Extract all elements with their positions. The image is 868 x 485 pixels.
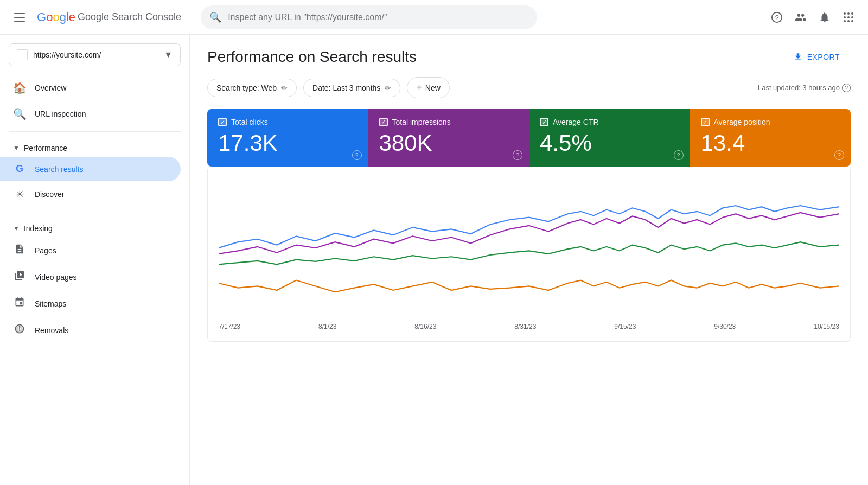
apps-grid-icon [844, 12, 853, 22]
metric-checkbox-position[interactable] [701, 118, 710, 126]
sidebar-url-inspection-label: URL inspection [35, 110, 86, 118]
site-url: https://yoursite.com/ [33, 50, 158, 59]
date-label: Date: Last 3 months [312, 84, 380, 92]
sidebar-overview-label: Overview [35, 84, 66, 92]
chart-container: 7/17/23 8/1/23 8/16/23 8/31/23 9/15/23 9… [207, 169, 851, 342]
metric-label-clicks: Total clicks [231, 118, 268, 126]
sidebar-item-discover[interactable]: ✳ Discover [0, 181, 181, 207]
site-selector[interactable]: https://yoursite.com/ ▼ [9, 43, 181, 66]
help-circle-icon: ? [771, 11, 783, 23]
metric-value-ctr: 4.5% [540, 131, 679, 156]
new-filter-button[interactable]: + New [407, 77, 450, 98]
sidebar-sitemaps-label: Sitemaps [35, 299, 66, 308]
logo-area: Google Google Search Console [37, 10, 181, 24]
sidebar-item-removals[interactable]: Removals [0, 317, 181, 343]
impressions-line [219, 213, 839, 254]
chevron-down-icon-2: ▼ [13, 225, 20, 232]
metric-value-impressions: 380K [379, 131, 519, 156]
svg-text:?: ? [775, 13, 778, 21]
metric-checkbox-clicks[interactable] [218, 118, 227, 126]
last-updated-label: Last updated: 3 hours ago [758, 84, 840, 92]
sidebar-video-pages-label: Video pages [35, 273, 77, 282]
metric-label-position: Average position [714, 118, 770, 126]
indexing-section-header[interactable]: ▼ Indexing [0, 216, 189, 237]
edit-icon-2: ✏ [385, 84, 391, 92]
people-icon-button[interactable] [790, 7, 812, 28]
clicks-line [219, 206, 839, 248]
metric-card-clicks[interactable]: Total clicks 17.3K ? [207, 109, 368, 167]
metric-header-impressions: Total impressions [379, 118, 519, 126]
x-label-7: 10/15/23 [814, 323, 839, 330]
x-label-5: 9/15/23 [614, 323, 636, 330]
nav-divider-2 [9, 212, 181, 212]
page-title: Performance on Search results [207, 48, 417, 66]
chart-x-labels: 7/17/23 8/1/23 8/16/23 8/31/23 9/15/23 9… [219, 321, 839, 330]
search-type-label: Search type: Web [216, 84, 277, 92]
x-label-2: 8/1/23 [318, 323, 336, 330]
google-g-icon: G [13, 163, 26, 175]
google-logo: Google [37, 10, 75, 24]
help-icon-button[interactable]: ? [766, 7, 788, 28]
position-line [219, 280, 839, 292]
search-type-filter[interactable]: Search type: Web ✏ [207, 79, 297, 97]
discover-icon: ✳ [13, 188, 26, 201]
metrics-row: Total clicks 17.3K ? Total impressions 3… [207, 109, 851, 167]
topbar-actions: ? [766, 7, 859, 28]
nav-divider-1 [9, 131, 181, 132]
metric-help-position[interactable]: ? [834, 150, 844, 160]
removals-icon [13, 323, 26, 337]
x-label-1: 7/17/23 [219, 323, 240, 330]
metric-value-position: 13.4 [701, 131, 840, 156]
sidebar-item-url-inspection[interactable]: 🔍 URL inspection [0, 101, 181, 127]
search-icon: 🔍 [13, 107, 26, 120]
metric-help-impressions[interactable]: ? [513, 150, 522, 160]
apps-icon-button[interactable] [838, 7, 859, 28]
sidebar-pages-label: Pages [35, 246, 56, 255]
home-icon: 🏠 [13, 81, 26, 94]
sidebar-item-overview[interactable]: 🏠 Overview [0, 75, 181, 101]
metric-header-ctr: Average CTR [540, 118, 679, 126]
video-icon [13, 270, 26, 284]
sidebar-removals-label: Removals [35, 326, 68, 335]
metric-card-ctr[interactable]: Average CTR 4.5% ? [529, 109, 690, 167]
sidebar-search-results-label: Search results [35, 165, 83, 174]
performance-section-label: Performance [24, 144, 67, 152]
metric-header-clicks: Total clicks [218, 118, 358, 126]
download-icon [793, 52, 803, 62]
app-name: Google Search Console [78, 11, 181, 23]
metric-header-position: Average position [701, 118, 840, 126]
sidebar-discover-label: Discover [35, 190, 64, 199]
main-content: Performance on Search results EXPORT Sea… [190, 35, 868, 485]
date-filter[interactable]: Date: Last 3 months ✏ [303, 79, 400, 97]
url-input[interactable] [228, 12, 528, 22]
site-favicon [17, 49, 28, 60]
people-icon [795, 11, 807, 23]
bell-icon [819, 11, 831, 23]
last-updated-text: Last updated: 3 hours ago ? [758, 84, 851, 92]
sidebar-item-pages[interactable]: Pages [0, 237, 181, 264]
bell-icon-button[interactable] [814, 7, 835, 28]
content-header: Performance on Search results EXPORT [207, 48, 851, 66]
x-label-6: 9/30/23 [714, 323, 736, 330]
metric-checkbox-impressions[interactable] [379, 118, 388, 126]
sidebar-item-sitemaps[interactable]: Sitemaps [0, 290, 181, 317]
ctr-line [219, 242, 839, 264]
metric-checkbox-ctr[interactable] [540, 118, 548, 126]
x-label-4: 8/31/23 [514, 323, 536, 330]
sitemaps-icon [13, 297, 26, 310]
metric-help-ctr[interactable]: ? [674, 150, 684, 160]
menu-button[interactable] [9, 7, 30, 28]
pages-icon [13, 244, 26, 257]
plus-icon: + [416, 82, 422, 93]
metric-card-impressions[interactable]: Total impressions 380K ? [368, 109, 529, 167]
metric-label-impressions: Total impressions [392, 118, 451, 126]
url-inspection-bar[interactable]: 🔍 [201, 5, 537, 29]
sidebar-item-video-pages[interactable]: Video pages [0, 264, 181, 290]
metric-value-clicks: 17.3K [218, 131, 358, 156]
edit-icon: ✏ [281, 84, 288, 92]
sidebar-item-search-results[interactable]: G Search results [0, 157, 181, 181]
metric-card-position[interactable]: Average position 13.4 ? [690, 109, 851, 167]
metric-help-clicks[interactable]: ? [352, 150, 362, 160]
export-button[interactable]: EXPORT [782, 48, 851, 66]
performance-section-header[interactable]: ▼ Performance [0, 136, 189, 157]
